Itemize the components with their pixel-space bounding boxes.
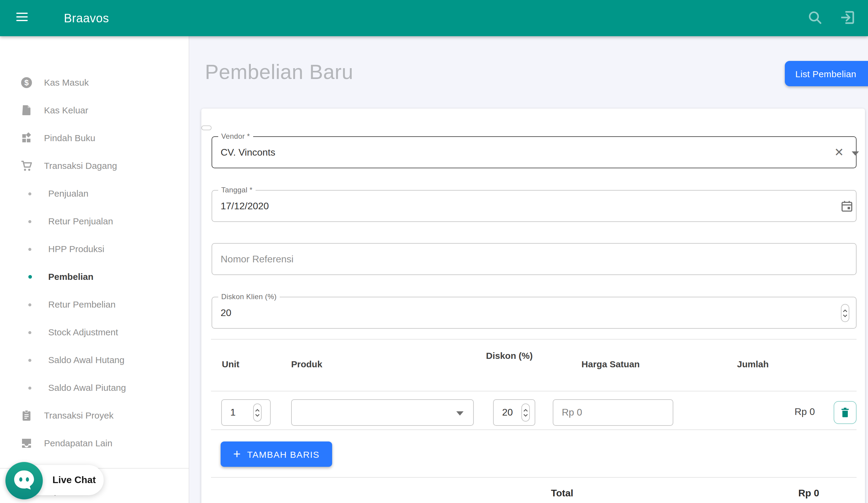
bullet-icon: [28, 303, 31, 306]
list-pembelian-button[interactable]: List Pembelian: [785, 61, 868, 86]
vendor-input[interactable]: [220, 137, 793, 168]
sidebar-nav: $ Kas Masuk Kas Keluar Pindah Buku: [0, 36, 189, 503]
sidebar-item-pindah-buku[interactable]: Pindah Buku: [0, 124, 189, 152]
bullet-icon: [28, 331, 31, 334]
sidebar-item-penjualan[interactable]: Penjualan: [0, 180, 189, 207]
bullet-icon: [28, 386, 31, 389]
total-value: Rp 0: [759, 488, 819, 499]
app-title: Braavos: [64, 0, 109, 36]
sidebar-item-transaksi-dagang[interactable]: Transaksi Dagang: [0, 152, 189, 180]
inbox-icon: [21, 437, 32, 449]
nomor-referensi-input[interactable]: [220, 244, 793, 275]
live-chat-widget[interactable]: Live Chat: [7, 465, 104, 495]
app-bar: Braavos: [0, 0, 868, 36]
section-divider: [211, 339, 857, 340]
sidebar-item-pembelian-active[interactable]: Pembelian: [0, 263, 189, 291]
logout-icon[interactable]: [839, 9, 856, 26]
table-row-divider: [211, 429, 857, 430]
active-bullet-icon: [28, 275, 32, 279]
live-chat-label: Live Chat: [50, 465, 98, 495]
svg-text:$: $: [24, 78, 29, 87]
calendar-icon[interactable]: [840, 199, 854, 213]
sidebar-item-retur-pembelian[interactable]: Retur Pembelian: [0, 291, 189, 318]
grid-shapes-icon: [21, 132, 32, 144]
bullet-icon: [28, 220, 31, 223]
bullet-icon: [28, 359, 31, 361]
page-title: Pembelian Baru: [205, 60, 353, 84]
nomor-referensi-field: [211, 243, 857, 275]
sidebar-item-kas-keluar[interactable]: Kas Keluar: [0, 96, 189, 124]
sidebar-item-kas-masuk[interactable]: $ Kas Masuk: [0, 69, 189, 96]
vendor-field: Vendor * ✕: [211, 136, 857, 168]
harga-satuan-cell: [553, 399, 673, 426]
trash-icon: [840, 407, 850, 418]
number-spinner[interactable]: [521, 403, 530, 422]
hamburger-menu-icon[interactable]: [16, 13, 28, 23]
collapsed-toggle-pill[interactable]: [201, 125, 211, 130]
plus-icon: +: [233, 447, 241, 460]
jumlah-value: Rp 0: [768, 407, 841, 417]
sidebar-item-saldo-awal-hutang[interactable]: Saldo Awal Hutang: [0, 346, 189, 374]
money-circle-icon: $: [21, 76, 32, 89]
diskon-cell: [493, 399, 535, 426]
number-spinner[interactable]: [841, 304, 849, 322]
search-icon[interactable]: [807, 9, 823, 26]
bullet-icon: [28, 192, 31, 195]
produk-input[interactable]: [292, 400, 473, 425]
sidebar-item-pendapatan-lain[interactable]: Pendapatan Lain: [0, 429, 189, 457]
sidebar-item-stock-adjustment[interactable]: Stock Adjustment: [0, 318, 189, 346]
sidebar-item-transaksi-proyek[interactable]: Transaksi Proyek: [0, 402, 189, 429]
col-header-jumlah: Jumlah: [717, 357, 789, 371]
app-window: Braavos $ Kas Masuk Kas Keluar: [0, 0, 868, 503]
chevron-down-icon[interactable]: [852, 151, 859, 156]
unit-input[interactable]: [222, 400, 270, 425]
unit-cell: [221, 399, 271, 426]
diskon-klien-field: Diskon Klien (%): [211, 297, 857, 329]
clipboard-icon: [21, 410, 32, 422]
live-chat-button[interactable]: [6, 462, 43, 499]
total-label: Total: [551, 488, 573, 499]
sidebar-item-saldo-awal-piutang[interactable]: Saldo Awal Piutang: [0, 374, 189, 402]
sidebar-item-retur-penjualan[interactable]: Retur Penjualan: [0, 207, 189, 235]
harga-satuan-input[interactable]: [553, 400, 673, 425]
bullet-icon: [28, 248, 31, 250]
diskon-klien-input[interactable]: [220, 297, 793, 328]
tambah-baris-label: TAMBAH BARIS: [247, 449, 320, 459]
number-spinner[interactable]: [253, 403, 262, 422]
delete-row-button[interactable]: [834, 401, 857, 424]
purchase-form-card: Vendor * ✕ Tanggal * Diskon Klien (%): [201, 109, 865, 503]
chevron-down-icon[interactable]: [456, 411, 464, 415]
tanggal-field: Tanggal *: [211, 190, 857, 222]
table-header-divider: [211, 391, 857, 391]
tambah-baris-button[interactable]: + TAMBAH BARIS: [220, 441, 332, 467]
file-icon: [21, 104, 32, 116]
total-divider: [211, 477, 857, 478]
col-header-diskon: Diskon (%): [485, 348, 534, 363]
shopping-cart-icon: [21, 160, 32, 172]
col-header-unit: Unit: [222, 357, 239, 371]
produk-select[interactable]: [291, 399, 474, 426]
col-header-produk: Produk: [291, 357, 322, 371]
clear-icon[interactable]: ✕: [833, 146, 845, 158]
tanggal-input[interactable]: [220, 191, 793, 221]
col-header-harga-satuan: Harga Satuan: [550, 357, 671, 371]
chat-bubble-icon: [6, 462, 43, 499]
sidebar-item-hpp-produksi[interactable]: HPP Produksi: [0, 235, 189, 263]
